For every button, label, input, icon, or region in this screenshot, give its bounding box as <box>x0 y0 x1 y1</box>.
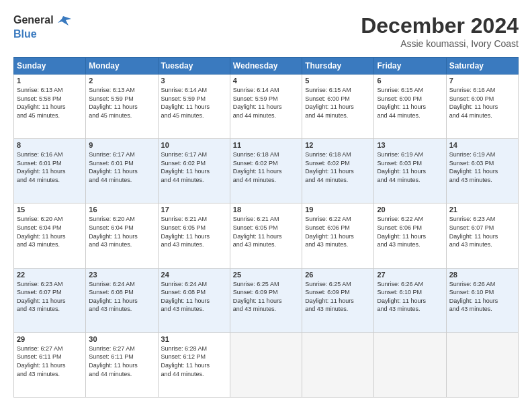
day-number: 10 <box>161 141 227 149</box>
weekday-header-thursday: Thursday <box>302 58 374 75</box>
calendar-cell: 30Sunrise: 6:27 AMSunset: 6:11 PMDayligh… <box>86 332 158 397</box>
title-block: December 2024 Assie koumassi, Ivory Coas… <box>361 13 519 49</box>
month-title: December 2024 <box>361 13 519 38</box>
day-number: 17 <box>161 205 227 214</box>
calendar-cell: 24Sunrise: 6:24 AMSunset: 6:08 PMDayligh… <box>158 268 230 332</box>
day-number: 27 <box>377 271 443 279</box>
weekday-header-sunday: Sunday <box>14 58 86 75</box>
calendar-cell: 15Sunrise: 6:20 AMSunset: 6:04 PMDayligh… <box>14 203 86 268</box>
calendar-cell: 8Sunrise: 6:16 AMSunset: 6:01 PMDaylight… <box>14 139 86 203</box>
calendar-cell: 1Sunrise: 6:13 AMSunset: 5:58 PMDaylight… <box>14 75 86 139</box>
logo-text: General Blue <box>13 13 71 40</box>
day-info: Sunrise: 6:14 AMSunset: 5:59 PMDaylight:… <box>233 86 299 120</box>
day-info: Sunrise: 6:21 AMSunset: 6:05 PMDaylight:… <box>161 215 227 248</box>
day-number: 3 <box>161 77 227 85</box>
calendar-cell <box>374 332 446 397</box>
calendar-header-row: SundayMondayTuesdayWednesdayThursdayFrid… <box>14 58 519 75</box>
day-number: 29 <box>17 335 83 343</box>
day-info: Sunrise: 6:27 AMSunset: 6:11 PMDaylight:… <box>17 345 83 378</box>
day-info: Sunrise: 6:14 AMSunset: 5:59 PMDaylight:… <box>161 86 227 120</box>
day-number: 23 <box>89 271 154 279</box>
day-number: 18 <box>233 205 299 214</box>
calendar-cell: 28Sunrise: 6:26 AMSunset: 6:10 PMDayligh… <box>446 268 518 332</box>
day-number: 2 <box>89 77 154 85</box>
day-number: 4 <box>233 77 299 85</box>
day-info: Sunrise: 6:18 AMSunset: 6:02 PMDaylight:… <box>233 150 299 184</box>
day-info: Sunrise: 6:24 AMSunset: 6:08 PMDaylight:… <box>89 280 154 314</box>
day-info: Sunrise: 6:21 AMSunset: 6:05 PMDaylight:… <box>233 215 299 248</box>
calendar-cell: 7Sunrise: 6:16 AMSunset: 6:00 PMDaylight… <box>446 75 518 139</box>
day-info: Sunrise: 6:25 AMSunset: 6:09 PMDaylight:… <box>305 280 371 314</box>
day-number: 15 <box>17 205 83 214</box>
weekday-header-wednesday: Wednesday <box>230 58 302 75</box>
day-info: Sunrise: 6:26 AMSunset: 6:10 PMDaylight:… <box>377 280 443 314</box>
day-info: Sunrise: 6:23 AMSunset: 6:07 PMDaylight:… <box>17 280 83 314</box>
calendar-cell: 25Sunrise: 6:25 AMSunset: 6:09 PMDayligh… <box>230 268 302 332</box>
day-info: Sunrise: 6:27 AMSunset: 6:11 PMDaylight:… <box>89 345 154 378</box>
weekday-header-tuesday: Tuesday <box>158 58 230 75</box>
calendar-cell: 2Sunrise: 6:13 AMSunset: 5:59 PMDaylight… <box>86 75 158 139</box>
day-info: Sunrise: 6:22 AMSunset: 6:06 PMDaylight:… <box>305 215 371 248</box>
day-info: Sunrise: 6:13 AMSunset: 5:59 PMDaylight:… <box>89 86 154 120</box>
day-info: Sunrise: 6:19 AMSunset: 6:03 PMDaylight:… <box>377 150 443 184</box>
calendar-cell: 9Sunrise: 6:17 AMSunset: 6:01 PMDaylight… <box>86 139 158 203</box>
calendar-cell: 3Sunrise: 6:14 AMSunset: 5:59 PMDaylight… <box>158 75 230 139</box>
day-info: Sunrise: 6:15 AMSunset: 6:00 PMDaylight:… <box>377 86 443 120</box>
day-info: Sunrise: 6:20 AMSunset: 6:04 PMDaylight:… <box>17 215 83 248</box>
calendar-cell: 27Sunrise: 6:26 AMSunset: 6:10 PMDayligh… <box>374 268 446 332</box>
calendar-week-row: 1Sunrise: 6:13 AMSunset: 5:58 PMDaylight… <box>14 75 519 139</box>
calendar-cell: 29Sunrise: 6:27 AMSunset: 6:11 PMDayligh… <box>14 332 86 397</box>
day-number: 30 <box>89 335 154 343</box>
day-number: 28 <box>449 271 515 279</box>
header: General Blue December 2024 Assie koumass… <box>13 13 519 49</box>
day-info: Sunrise: 6:17 AMSunset: 6:02 PMDaylight:… <box>161 150 227 184</box>
calendar-cell <box>302 332 374 397</box>
calendar-cell: 4Sunrise: 6:14 AMSunset: 5:59 PMDaylight… <box>230 75 302 139</box>
day-number: 12 <box>305 141 371 149</box>
calendar-week-row: 22Sunrise: 6:23 AMSunset: 6:07 PMDayligh… <box>14 268 519 332</box>
day-number: 26 <box>305 271 371 279</box>
day-number: 22 <box>17 271 83 279</box>
calendar-week-row: 8Sunrise: 6:16 AMSunset: 6:01 PMDaylight… <box>14 139 519 203</box>
day-number: 16 <box>89 205 154 214</box>
day-number: 13 <box>377 141 443 149</box>
weekday-header-monday: Monday <box>86 58 158 75</box>
day-info: Sunrise: 6:17 AMSunset: 6:01 PMDaylight:… <box>89 150 154 184</box>
calendar-cell: 14Sunrise: 6:19 AMSunset: 6:03 PMDayligh… <box>446 139 518 203</box>
day-number: 5 <box>305 77 371 85</box>
day-number: 31 <box>161 335 227 343</box>
calendar-cell: 12Sunrise: 6:18 AMSunset: 6:02 PMDayligh… <box>302 139 374 203</box>
calendar-week-row: 15Sunrise: 6:20 AMSunset: 6:04 PMDayligh… <box>14 203 519 268</box>
svg-marker-0 <box>58 16 71 26</box>
day-info: Sunrise: 6:19 AMSunset: 6:03 PMDaylight:… <box>449 150 515 184</box>
day-number: 11 <box>233 141 299 149</box>
day-number: 7 <box>449 77 515 85</box>
calendar-cell: 18Sunrise: 6:21 AMSunset: 6:05 PMDayligh… <box>230 203 302 268</box>
day-info: Sunrise: 6:16 AMSunset: 6:01 PMDaylight:… <box>17 150 83 184</box>
calendar-cell: 26Sunrise: 6:25 AMSunset: 6:09 PMDayligh… <box>302 268 374 332</box>
day-number: 20 <box>377 205 443 214</box>
day-info: Sunrise: 6:22 AMSunset: 6:06 PMDaylight:… <box>377 215 443 248</box>
day-info: Sunrise: 6:13 AMSunset: 5:58 PMDaylight:… <box>17 86 83 120</box>
day-info: Sunrise: 6:23 AMSunset: 6:07 PMDaylight:… <box>449 215 515 248</box>
calendar-cell: 10Sunrise: 6:17 AMSunset: 6:02 PMDayligh… <box>158 139 230 203</box>
calendar-cell: 31Sunrise: 6:28 AMSunset: 6:12 PMDayligh… <box>158 332 230 397</box>
calendar-cell: 11Sunrise: 6:18 AMSunset: 6:02 PMDayligh… <box>230 139 302 203</box>
calendar-cell: 6Sunrise: 6:15 AMSunset: 6:00 PMDaylight… <box>374 75 446 139</box>
day-number: 21 <box>449 205 515 214</box>
day-number: 1 <box>17 77 83 85</box>
day-number: 19 <box>305 205 371 214</box>
calendar-table: SundayMondayTuesdayWednesdayThursdayFrid… <box>13 57 519 398</box>
day-number: 8 <box>17 141 83 149</box>
day-number: 14 <box>449 141 515 149</box>
calendar-cell <box>230 332 302 397</box>
page: General Blue December 2024 Assie koumass… <box>0 0 532 411</box>
day-info: Sunrise: 6:25 AMSunset: 6:09 PMDaylight:… <box>233 280 299 314</box>
day-number: 24 <box>161 271 227 279</box>
calendar-week-row: 29Sunrise: 6:27 AMSunset: 6:11 PMDayligh… <box>14 332 519 397</box>
calendar-cell: 20Sunrise: 6:22 AMSunset: 6:06 PMDayligh… <box>374 203 446 268</box>
calendar-cell: 23Sunrise: 6:24 AMSunset: 6:08 PMDayligh… <box>86 268 158 332</box>
location-title: Assie koumassi, Ivory Coast <box>361 38 519 49</box>
logo-bird-icon <box>56 13 71 28</box>
day-info: Sunrise: 6:24 AMSunset: 6:08 PMDaylight:… <box>161 280 227 314</box>
